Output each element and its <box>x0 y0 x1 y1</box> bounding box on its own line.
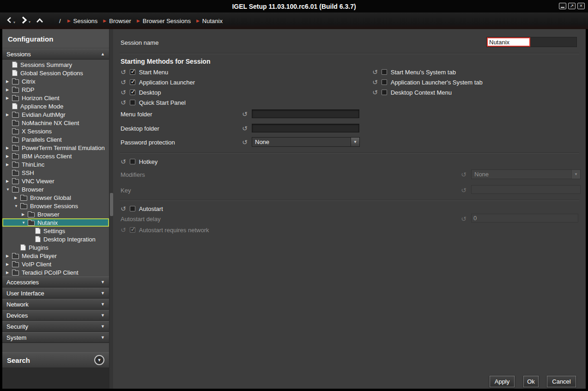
dropdown-arrow-icon[interactable]: ▼ <box>351 138 359 146</box>
tree-item[interactable]: VoIP Client <box>2 260 109 268</box>
tree-expand-icon[interactable] <box>6 88 12 92</box>
reset-to-default-icon[interactable]: ↺ <box>242 125 248 132</box>
back-history-caret-icon[interactable]: ▾ <box>13 20 15 24</box>
menu-folder-input[interactable] <box>252 109 359 118</box>
tree-expand-icon[interactable] <box>6 254 12 258</box>
tree-expand-icon[interactable] <box>14 196 20 200</box>
reset-to-default-icon[interactable]: ↺ <box>242 139 248 145</box>
password-protection-dropdown[interactable]: None ▼ <box>252 137 360 147</box>
hotkey-checkbox[interactable] <box>130 159 135 164</box>
tree-item[interactable]: Browser <box>2 185 109 193</box>
tree-item[interactable]: ThinLinc <box>2 160 109 168</box>
tree-expand-icon[interactable] <box>6 113 12 117</box>
reset-to-default-icon[interactable]: ↺ <box>242 111 248 117</box>
tree-item[interactable]: Browser Sessions <box>2 202 109 210</box>
checkbox[interactable] <box>130 69 135 75</box>
tree-item[interactable]: Settings <box>2 227 109 235</box>
chevron-down-icon: ▼ <box>101 324 105 329</box>
tree-expand-icon[interactable] <box>6 96 12 100</box>
tree-item[interactable]: X Sessions <box>2 127 109 135</box>
maximize-icon[interactable]: ↗ <box>568 3 576 9</box>
tree-item-label: X Sessions <box>22 128 52 135</box>
session-name-input[interactable] <box>487 37 530 47</box>
tree-item[interactable]: Browser Global <box>2 193 109 202</box>
tree-item[interactable]: Nutanix <box>2 218 109 227</box>
tree-item[interactable]: Appliance Mode <box>2 102 109 110</box>
sidebar-section-header[interactable]: Devices ▼ <box>2 310 109 321</box>
tree-item[interactable]: Evidian AuthMgr <box>2 110 109 119</box>
tree-expand-icon[interactable] <box>6 179 12 183</box>
forward-icon[interactable] <box>21 16 28 26</box>
reset-to-default-icon[interactable]: ↺ <box>372 89 378 96</box>
tree-item[interactable]: Parallels Client <box>2 135 109 144</box>
sidebar-section-header[interactable]: User Interface ▼ <box>2 288 109 299</box>
tree-item[interactable]: Desktop Integration <box>2 235 109 243</box>
cancel-button[interactable]: Cancel <box>547 376 576 387</box>
breadcrumb-item[interactable]: ▶ Nutanix <box>196 18 223 24</box>
checkbox[interactable] <box>130 79 135 85</box>
search-bar[interactable]: Search ▼ <box>2 352 109 367</box>
tree-item[interactable]: Plugins <box>2 243 109 252</box>
close-icon[interactable]: × <box>577 3 585 9</box>
sidebar-section-header[interactable]: Network ▼ <box>2 299 109 310</box>
checkbox[interactable] <box>130 90 135 95</box>
tree-item-label: Sessions Summary <box>20 61 72 68</box>
sidebar-section-header[interactable]: Security ▼ <box>2 321 109 332</box>
up-icon[interactable] <box>36 17 43 25</box>
tree-item[interactable]: PowerTerm Terminal Emulation <box>2 144 109 152</box>
tree-item[interactable]: SSH <box>2 168 109 177</box>
sidebar-section-header[interactable]: System ▼ <box>2 332 109 343</box>
tree-item[interactable]: Teradici PCoIP Client <box>2 268 109 277</box>
apply-button[interactable]: Apply <box>490 376 515 387</box>
tree-item[interactable]: Browser <box>2 210 109 218</box>
reset-to-default-icon[interactable]: ↺ <box>121 99 126 106</box>
sidebar-section-sessions[interactable]: Sessions ▲ <box>2 48 109 60</box>
tree-expand-icon[interactable] <box>22 221 28 225</box>
ok-button[interactable]: Ok <box>523 376 539 387</box>
tree-expand-icon[interactable] <box>6 146 12 150</box>
tree-item[interactable]: NoMachine NX Client <box>2 119 109 127</box>
checkbox[interactable] <box>382 79 387 85</box>
tree-expand-icon[interactable] <box>6 262 12 266</box>
tree-item[interactable]: Sessions Summary <box>2 60 109 69</box>
tree-item[interactable]: IBM iAccess Client <box>2 152 109 160</box>
chevron-down-icon: ▼ <box>101 280 105 284</box>
minimize-icon[interactable] <box>559 3 566 9</box>
tree-expand-icon[interactable] <box>6 79 12 84</box>
checkbox-label: Application Launcher <box>139 79 195 86</box>
tree-expand-icon[interactable] <box>6 162 12 167</box>
desktop-folder-input[interactable] <box>252 124 359 132</box>
breadcrumb-item[interactable]: ▶ Browser <box>103 18 131 24</box>
breadcrumb-item[interactable]: ▶ Browser Sessions <box>137 18 191 24</box>
reset-to-default-icon[interactable]: ↺ <box>121 79 126 85</box>
checkbox[interactable] <box>382 90 387 95</box>
tree-item[interactable]: Global Session Options <box>2 69 109 77</box>
reset-to-default-icon[interactable]: ↺ <box>372 69 378 75</box>
reset-to-default-icon[interactable]: ↺ <box>372 79 378 85</box>
tree-item[interactable]: Citrix <box>2 77 109 85</box>
tree-expand-icon[interactable] <box>22 212 28 217</box>
tree-expand-icon[interactable] <box>6 154 12 158</box>
tree-expand-icon[interactable] <box>14 204 20 208</box>
search-expand-button[interactable]: ▼ <box>94 355 104 365</box>
back-icon[interactable] <box>6 17 12 25</box>
scrollbar-thumb[interactable] <box>110 193 113 216</box>
forward-history-caret-icon[interactable]: ▾ <box>29 20 30 24</box>
reset-to-default-icon[interactable]: ↺ <box>121 205 126 212</box>
reset-to-default-icon[interactable]: ↺ <box>121 89 126 96</box>
sidebar-scrollbar[interactable] <box>109 29 113 389</box>
reset-to-default-icon[interactable]: ↺ <box>121 158 126 165</box>
reset-to-default-icon[interactable]: ↺ <box>121 69 126 75</box>
tree-item[interactable]: RDP <box>2 85 109 94</box>
sidebar-section-header[interactable]: Accessories ▼ <box>2 277 109 288</box>
tree-item[interactable]: VNC Viewer <box>2 177 109 185</box>
tree-expand-icon[interactable] <box>6 187 12 192</box>
tree-item[interactable]: Horizon Client <box>2 94 109 102</box>
checkbox[interactable] <box>130 100 135 105</box>
tree-expand-icon[interactable] <box>6 271 12 275</box>
autostart-checkbox[interactable] <box>130 206 135 211</box>
breadcrumb-item[interactable]: ▶ Sessions <box>67 18 98 24</box>
tree-item[interactable]: Media Player <box>2 252 109 260</box>
tree-item-icon <box>12 79 19 84</box>
checkbox[interactable] <box>382 69 387 75</box>
